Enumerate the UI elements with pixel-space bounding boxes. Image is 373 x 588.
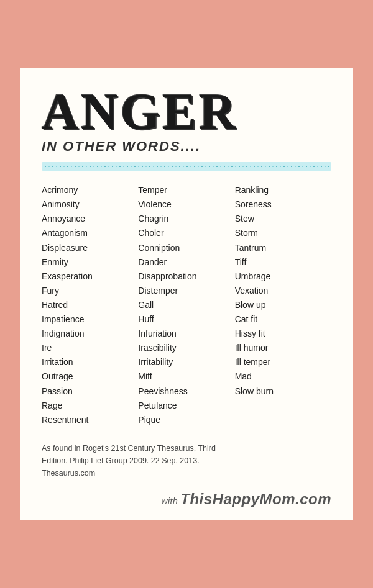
list-item: Stew: [235, 212, 331, 226]
list-item: Violence: [138, 197, 234, 212]
list-item: Infuriation: [138, 327, 234, 341]
list-item: Pique: [138, 413, 234, 427]
list-item: Mad: [235, 369, 331, 384]
list-item: Irritability: [138, 355, 234, 369]
list-item: Slow burn: [235, 384, 331, 399]
list-item: Displeasure: [42, 241, 138, 255]
list-item: Miff: [138, 369, 234, 384]
list-item: Cat fit: [235, 312, 331, 327]
list-item: Ill humor: [235, 341, 331, 355]
list-item: Vexation: [235, 284, 331, 298]
list-item: Umbrage: [235, 269, 331, 284]
list-item: Hissy fit: [235, 327, 331, 341]
list-item: Soreness: [235, 197, 331, 212]
citation-text: As found in Roget's 21st Century Thesaur…: [42, 442, 241, 479]
list-item: Annoyance: [42, 212, 138, 226]
list-item: Blow up: [235, 298, 331, 312]
list-item: Irascibility: [138, 341, 234, 355]
column-1: AcrimonyAnimosityAnnoyanceAntagonismDisp…: [42, 183, 138, 427]
list-item: Acrimony: [42, 183, 138, 197]
outer-border: ANGER IN OTHER WORDS.... AcrimonyAnimosi…: [12, 60, 361, 528]
list-item: Rankling: [235, 183, 331, 197]
decorative-divider: [42, 162, 331, 171]
page-title: ANGER: [42, 86, 331, 137]
list-item: Dander: [138, 255, 234, 269]
list-item: Passion: [42, 384, 138, 399]
brand-name: withThisHappyMom.com: [42, 491, 331, 508]
list-item: Petulance: [138, 399, 234, 413]
list-item: Exasperation: [42, 269, 138, 284]
list-item: Choler: [138, 226, 234, 240]
list-item: Hatred: [42, 298, 138, 312]
list-item: Irritation: [42, 355, 138, 369]
footer: withThisHappyMom.com: [42, 491, 331, 508]
list-item: Storm: [235, 226, 331, 240]
list-item: Outrage: [42, 369, 138, 384]
column-2: TemperViolenceChagrinCholerConniptionDan…: [138, 183, 234, 427]
list-item: Disapprobation: [138, 269, 234, 284]
list-item: Conniption: [138, 241, 234, 255]
list-item: Impatience: [42, 312, 138, 327]
list-item: Tiff: [235, 255, 331, 269]
list-item: Temper: [138, 183, 234, 197]
with-label: with: [161, 496, 178, 506]
list-item: Rage: [42, 399, 138, 413]
list-item: Gall: [138, 298, 234, 312]
subtitle: IN OTHER WORDS....: [42, 138, 331, 155]
list-item: Animosity: [42, 197, 138, 212]
column-3: RanklingSorenessStewStormTantrumTiffUmbr…: [235, 183, 331, 427]
list-item: Antagonism: [42, 226, 138, 240]
card: ANGER IN OTHER WORDS.... AcrimonyAnimosi…: [20, 68, 353, 520]
words-grid: AcrimonyAnimosityAnnoyanceAntagonismDisp…: [42, 183, 331, 427]
list-item: Distemper: [138, 284, 234, 298]
brand-text: ThisHappyMom.com: [180, 491, 331, 507]
list-item: Tantrum: [235, 241, 331, 255]
list-item: Huff: [138, 312, 234, 327]
list-item: Chagrin: [138, 212, 234, 226]
list-item: Enmity: [42, 255, 138, 269]
list-item: Peevishness: [138, 384, 234, 399]
list-item: Ire: [42, 341, 138, 355]
list-item: Indignation: [42, 327, 138, 341]
list-item: Resentment: [42, 413, 138, 427]
list-item: Fury: [42, 284, 138, 298]
list-item: Ill temper: [235, 355, 331, 369]
